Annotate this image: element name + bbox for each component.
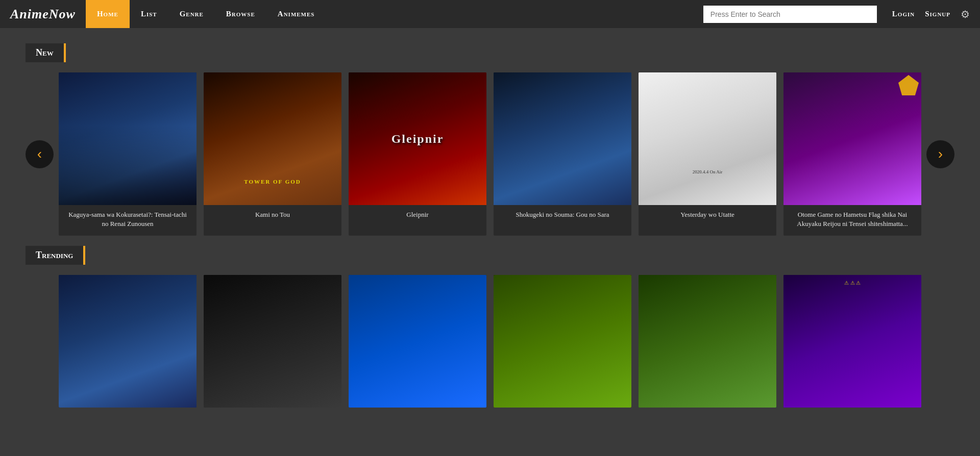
new-card-4[interactable]: Shokugeki no Souma: Gou no Sara <box>494 72 631 236</box>
nav-genre[interactable]: Genre <box>168 0 215 28</box>
trending-poster-3 <box>349 275 486 408</box>
site-logo[interactable]: AnimeNow <box>10 7 76 22</box>
new-title-3: Gleipnir <box>349 205 486 226</box>
new-card-1[interactable]: Kaguya-sama wa Kokurasetai?: Tensai-tach… <box>59 72 197 236</box>
new-card-5[interactable]: 2020.4.4 On Air Yesterday wo Utatte <box>639 72 776 236</box>
navbar: AnimeNow Home List Genre Browse Animemes… <box>0 0 980 28</box>
trending-anime-grid: ⚠ ⚠ ⚠ <box>54 275 926 408</box>
trending-card-3[interactable] <box>349 275 486 408</box>
new-section-title: New <box>26 43 66 62</box>
new-title-5: Yesterday wo Utatte <box>639 205 776 226</box>
new-poster-5: 2020.4.4 On Air <box>639 72 776 205</box>
new-poster-4 <box>494 72 631 205</box>
new-card-6[interactable]: Otome Game no Hametsu Flag shika Nai Aku… <box>783 72 921 236</box>
trending-card-4[interactable] <box>494 275 631 408</box>
new-poster-2: TOWER OF GOD <box>204 72 341 205</box>
trending-card-6[interactable]: ⚠ ⚠ ⚠ <box>783 275 921 408</box>
nav-home[interactable]: Home <box>86 0 130 28</box>
trending-poster-5 <box>639 275 776 408</box>
settings-icon[interactable]: ⚙ <box>961 8 970 20</box>
search-area <box>703 6 877 23</box>
nav-list[interactable]: List <box>130 0 168 28</box>
trending-section-title: Trending <box>26 246 85 265</box>
new-section-header: New <box>26 43 954 62</box>
trending-card-1[interactable] <box>59 275 197 408</box>
login-button[interactable]: Login <box>892 10 915 18</box>
search-input[interactable] <box>703 6 877 23</box>
trending-section-header: Trending <box>26 246 954 265</box>
trending-poster-2 <box>204 275 341 408</box>
new-carousel: ‹ Kaguya-sama wa Kokurasetai?: Tensai-ta… <box>26 72 954 236</box>
trending-section: Trending <box>26 246 954 408</box>
nav-browse[interactable]: Browse <box>215 0 266 28</box>
trending-card-2[interactable] <box>204 275 341 408</box>
signup-button[interactable]: Signup <box>925 10 950 18</box>
new-next-button[interactable]: › <box>926 140 954 168</box>
trending-poster-6: ⚠ ⚠ ⚠ <box>783 275 921 408</box>
new-title-1: Kaguya-sama wa Kokurasetai?: Tensai-tach… <box>59 205 197 236</box>
trending-poster-4 <box>494 275 631 408</box>
new-card-2[interactable]: TOWER OF GOD Kami no Tou <box>204 72 341 236</box>
trending-carousel: ⚠ ⚠ ⚠ <box>26 275 954 408</box>
new-title-2: Kami no Tou <box>204 205 341 226</box>
navbar-auth: Login Signup ⚙ <box>892 8 970 20</box>
logo-text: AnimeNow <box>10 7 76 21</box>
new-poster-1 <box>59 72 197 205</box>
new-anime-grid: Kaguya-sama wa Kokurasetai?: Tensai-tach… <box>54 72 926 236</box>
new-poster-6 <box>783 72 921 205</box>
trending-card-5[interactable] <box>639 275 776 408</box>
new-title-6: Otome Game no Hametsu Flag shika Nai Aku… <box>783 205 921 236</box>
new-poster-3: Gleipnir <box>349 72 486 205</box>
nav-links: Home List Genre Browse Animemes <box>86 0 326 28</box>
trending-poster-1 <box>59 275 197 408</box>
new-prev-button[interactable]: ‹ <box>26 140 54 168</box>
nav-animemes[interactable]: Animemes <box>266 0 326 28</box>
new-title-4: Shokugeki no Souma: Gou no Sara <box>494 205 631 226</box>
main-content: New ‹ Kaguya-sama wa Kokurasetai?: Tensa… <box>0 28 980 423</box>
new-card-3[interactable]: Gleipnir Gleipnir <box>349 72 486 236</box>
